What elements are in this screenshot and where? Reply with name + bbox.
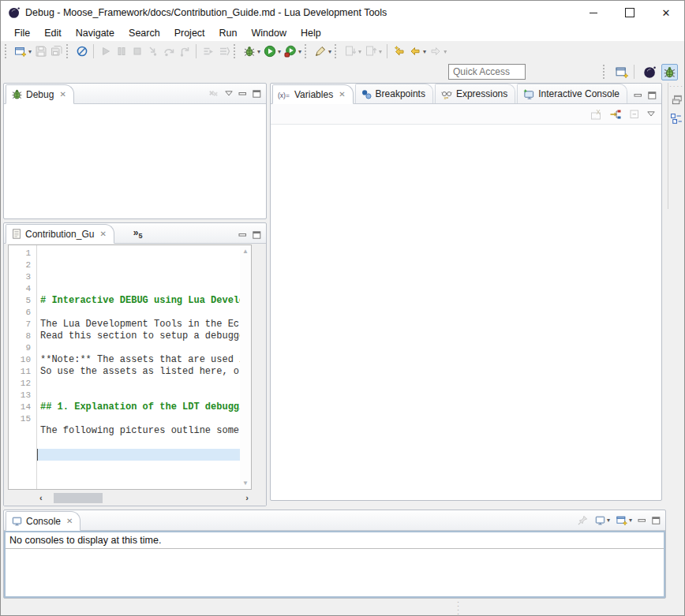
editor-vertical-scrollbar[interactable]: ▲ ▼ [240,245,251,489]
back-button[interactable]: ▾ [407,43,428,59]
menu-item[interactable]: Edit [37,26,69,40]
editor-body: 123456789101112131415 # Interactive DEBU… [4,244,266,506]
minimize-view-icon[interactable] [238,90,247,98]
maximize-view-icon[interactable] [648,91,657,99]
svg-text:(x)=: (x)= [278,91,290,99]
menu-item[interactable]: File [7,26,37,40]
close-icon[interactable]: ✕ [99,230,106,238]
tab-variables[interactable]: (x)= Variables ✕ [272,84,354,104]
lua-perspective-button[interactable] [642,64,658,80]
scroll-down-icon[interactable]: ▼ [242,480,249,487]
tab-interactive-console[interactable]: Interactive Console [517,84,627,103]
previous-annotation-button[interactable]: ▾ [363,43,384,59]
code-line [37,437,251,449]
view-menu-icon[interactable] [225,91,233,96]
maximize-view-icon[interactable] [253,90,261,98]
step-into-button[interactable] [145,43,161,59]
code-line [37,342,251,354]
window-title: Debug - Moose_Framework/docs/Contributio… [25,7,575,18]
debug-perspective-button[interactable] [661,64,678,80]
svg-text:x=: x= [444,95,449,100]
line-number: 13 [9,390,36,401]
main-toolbar: ▾ ▾ ▾ [1,41,684,62]
display-selected-console-button[interactable]: ▾ [594,515,610,526]
line-number: 14 [9,401,36,413]
scroll-right-icon[interactable]: › [242,493,252,502]
code-line: The Lua Development Tools in the Ecli [37,319,251,330]
maximize-view-icon[interactable] [253,231,261,239]
external-tools-button[interactable]: ▾ [313,43,333,59]
tab-contribution-guide[interactable]: Contribution_Gu ✕ [6,224,114,244]
tab-console[interactable]: Console ✕ [6,511,80,531]
outline-view-button[interactable] [670,113,683,126]
close-icon[interactable]: ✕ [339,90,345,99]
variables-icon: (x)= [278,90,291,99]
last-edit-location-button[interactable] [391,43,407,59]
minimize-view-icon[interactable] [634,91,642,99]
tab-breakpoints[interactable]: Breakpoints [355,84,433,103]
close-icon[interactable]: ✕ [59,90,66,99]
collapse-all-button[interactable] [628,108,641,121]
show-type-names-button[interactable]: ... [590,108,603,121]
run-button[interactable]: ▾ [262,43,283,59]
skip-all-breakpoints-button[interactable] [74,43,90,59]
tab-expressions[interactable]: x= Expressions [435,84,515,103]
use-step-filters-button[interactable] [200,43,216,59]
menu-item[interactable]: Project [167,26,212,40]
window-maximize-button[interactable] [612,1,648,24]
drop-to-frame-button[interactable] [216,43,232,59]
editor-text[interactable]: # Interactive DEBUG using Lua DevelopThe… [37,245,251,489]
save-all-button[interactable] [49,43,65,59]
minimize-view-icon[interactable] [238,231,247,239]
open-console-button[interactable]: ▾ [616,514,632,526]
trim-drag-handle[interactable]: ···· [669,84,684,89]
close-icon[interactable]: ✕ [66,517,73,525]
code-line: **Note:** The assets that are used in [37,354,251,366]
save-button[interactable] [33,43,49,59]
statusbar-drag-handle[interactable]: ···· [457,600,459,616]
window-close-button[interactable]: ✕ [648,1,684,24]
pin-console-button[interactable] [577,514,589,526]
scroll-left-icon[interactable]: ‹ [36,493,46,502]
open-perspective-button[interactable] [614,64,631,80]
quick-access-input[interactable] [448,64,526,80]
minimize-view-icon[interactable] [638,517,646,525]
scrollbar-thumb[interactable] [54,493,103,503]
window-minimize-button[interactable] [575,1,612,24]
editor-area: Contribution_Gu ✕ »5 1234567891011121314… [3,222,267,506]
line-number: 8 [9,330,36,342]
debug-view-header: Debug ✕ [4,84,266,104]
variables-content[interactable] [271,125,661,500]
line-number: 10 [9,354,36,366]
forward-button[interactable]: ▾ [428,43,448,59]
console-content[interactable]: No consoles to display at this time. [4,531,665,598]
menu-item[interactable]: Run [212,26,245,40]
step-return-button[interactable] [177,43,193,59]
step-over-button[interactable] [161,43,177,59]
editor-horizontal-scrollbar[interactable]: ‹ › [36,491,252,504]
view-menu-icon[interactable] [647,111,655,117]
next-annotation-button[interactable]: ▾ [342,43,363,59]
scroll-up-icon[interactable]: ▲ [242,248,249,255]
menu-item[interactable]: Window [245,26,294,40]
resume-button[interactable] [98,43,114,59]
hidden-editors-count: 5 [138,232,142,240]
maximize-view-icon[interactable] [652,517,661,525]
menu-item[interactable]: Navigate [69,26,122,40]
menu-item[interactable]: Search [122,26,167,40]
menu-item[interactable]: Help [294,26,328,40]
code-editor[interactable]: 123456789101112131415 # Interactive DEBU… [8,245,252,490]
restore-view-button[interactable] [671,94,683,106]
new-wizard-button[interactable]: ▾ [13,43,33,59]
debug-button[interactable]: ▾ [241,43,262,59]
remove-all-terminated-button[interactable] [208,88,219,99]
tab-debug[interactable]: Debug ✕ [6,84,74,104]
hidden-editors-chevron[interactable]: »5 [133,227,143,243]
debug-view-content[interactable] [4,104,266,218]
run-last-with-error-button[interactable]: ▾ [283,43,303,59]
terminate-button[interactable] [129,43,145,59]
show-logical-structures-button[interactable] [609,108,622,121]
suspend-button[interactable] [114,43,129,59]
tab-breakpoints-label: Breakpoints [376,88,425,99]
toolbar-drag-handle [603,65,608,79]
